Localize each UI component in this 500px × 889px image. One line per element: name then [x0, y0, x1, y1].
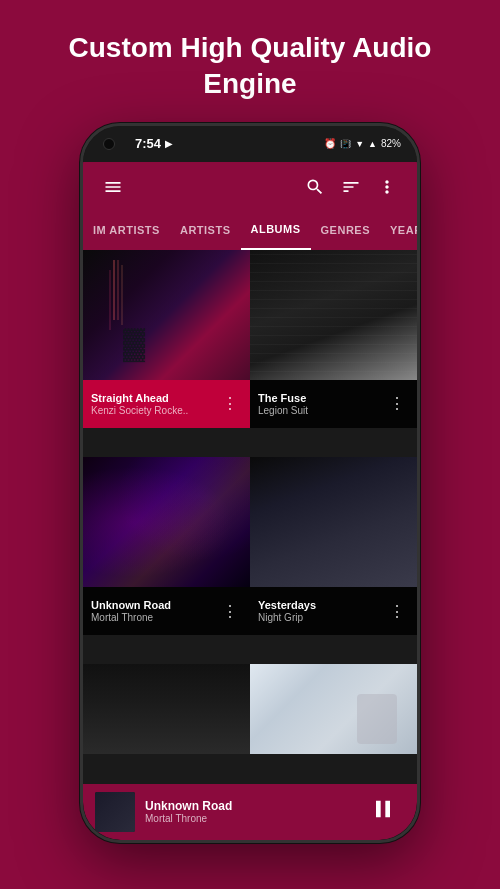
album-4-artist: Night Grip [258, 612, 385, 623]
album-4-more-button[interactable]: ⋮ [385, 598, 409, 625]
tab-artists[interactable]: ARTISTS [170, 210, 241, 250]
album-2-text: The Fuse Legion Suit [258, 392, 385, 416]
signal-icon: ▲ [368, 139, 377, 149]
status-bar: 7:54 ▶ ⏰ 📳 ▼ ▲ 82% [83, 126, 417, 162]
tab-albums[interactable]: ALBUMS [241, 210, 311, 250]
now-playing-title: Unknown Road [145, 799, 361, 813]
album-card-4[interactable]: Yesterdays Night Grip ⋮ [250, 457, 417, 664]
albums-grid: Straight Ahead Kenzi Society Rocke.. ⋮ T… [83, 250, 417, 784]
phone-screen: 7:54 ▶ ⏰ 📳 ▼ ▲ 82% [83, 126, 417, 840]
album-3-more-button[interactable]: ⋮ [218, 598, 242, 625]
album-card-5[interactable] [83, 664, 250, 783]
wifi-icon: ▼ [355, 139, 364, 149]
album-1-text: Straight Ahead Kenzi Society Rocke.. [91, 392, 218, 416]
camera-hole [103, 138, 115, 150]
album-card-6[interactable] [250, 664, 417, 783]
app-bar [83, 162, 417, 210]
content-area: Straight Ahead Kenzi Society Rocke.. ⋮ T… [83, 250, 417, 840]
volume-up-button [80, 226, 82, 256]
tab-years[interactable]: YEARS [380, 210, 417, 250]
search-button[interactable] [297, 166, 333, 205]
app-bar-actions [297, 166, 405, 205]
album-2-name: The Fuse [258, 392, 385, 404]
album-1-artist: Kenzi Society Rocke.. [91, 405, 218, 416]
power-button [418, 246, 420, 296]
sort-button[interactable] [333, 166, 369, 205]
now-playing-artist: Mortal Throne [145, 813, 361, 824]
status-time: 7:54 [135, 136, 161, 151]
volume-down-button [80, 271, 82, 311]
media-status-icon: ▶ [165, 138, 173, 149]
album-3-text: Unknown Road Mortal Throne [91, 599, 218, 623]
page-title: Custom High Quality Audio Engine [0, 0, 500, 123]
more-options-button[interactable] [369, 166, 405, 205]
album-card-1[interactable]: Straight Ahead Kenzi Society Rocke.. ⋮ [83, 250, 250, 457]
mute-button [80, 324, 82, 364]
album-1-more-button[interactable]: ⋮ [218, 390, 242, 417]
battery-percentage: 82% [381, 138, 401, 149]
album-card-2[interactable]: The Fuse Legion Suit ⋮ [250, 250, 417, 457]
vibrate-icon: 📳 [340, 139, 351, 149]
album-3-artist: Mortal Throne [91, 612, 218, 623]
play-pause-button[interactable] [361, 787, 405, 837]
phone-frame: 7:54 ▶ ⏰ 📳 ▼ ▲ 82% [80, 123, 420, 843]
album-2-more-button[interactable]: ⋮ [385, 390, 409, 417]
album-card-3[interactable]: Unknown Road Mortal Throne ⋮ [83, 457, 250, 664]
tabs-bar: IM ARTISTS ARTISTS ALBUMS GENRES YEARS [83, 210, 417, 250]
album-3-name: Unknown Road [91, 599, 218, 611]
alarm-icon: ⏰ [324, 138, 336, 149]
tab-genres[interactable]: GENRES [311, 210, 380, 250]
now-playing-text: Unknown Road Mortal Throne [145, 799, 361, 824]
album-4-text: Yesterdays Night Grip [258, 599, 385, 623]
status-icons: ⏰ 📳 ▼ ▲ 82% [324, 138, 401, 149]
album-1-name: Straight Ahead [91, 392, 218, 404]
album-4-name: Yesterdays [258, 599, 385, 611]
now-playing-art [95, 792, 135, 832]
album-2-artist: Legion Suit [258, 405, 385, 416]
tab-im-artists[interactable]: IM ARTISTS [83, 210, 170, 250]
now-playing-bar[interactable]: Unknown Road Mortal Throne [83, 784, 417, 840]
menu-button[interactable] [95, 166, 131, 205]
